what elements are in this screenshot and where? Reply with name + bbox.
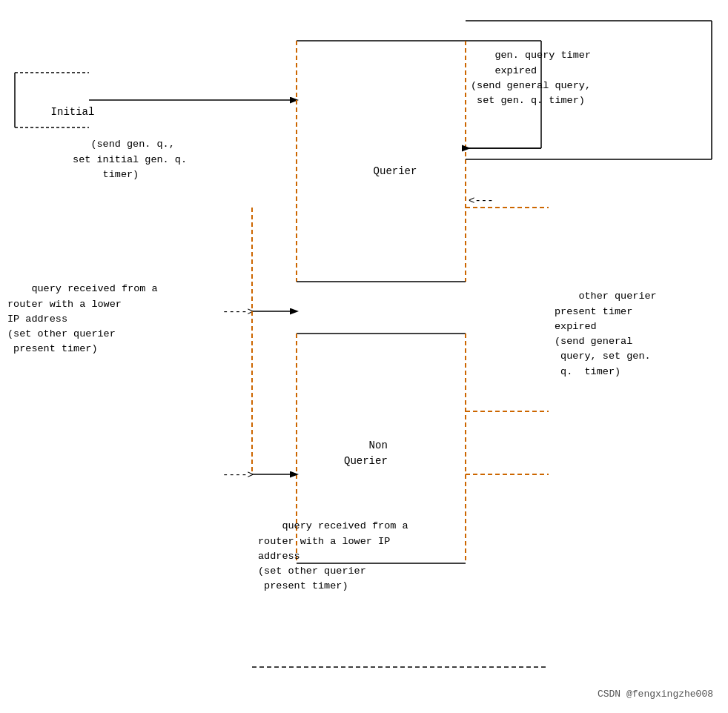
gen-query-timer: gen. query timer expired (send general q… — [471, 33, 591, 124]
svg-text:<---: <--- — [469, 195, 494, 207]
initial-action: (send gen. q., set initial gen. q. timer… — [67, 122, 187, 197]
other-querier-present: other querier present timer expired (sen… — [555, 274, 657, 394]
watermark: CSDN @fengxingzhe008 — [598, 689, 713, 700]
query-lower-ip-bottom: query received from a router with a lowe… — [258, 504, 408, 609]
diagram-container: ----> <--- ----> Initial (send gen. q — [0, 0, 728, 713]
svg-text:---->: ----> — [222, 306, 254, 318]
query-lower-ip-left: query received from a router with a lowe… — [7, 267, 158, 372]
svg-text:---->: ----> — [222, 469, 254, 481]
querier-label: Querier — [348, 148, 417, 195]
non-querier-label: Non Querier — [344, 422, 388, 485]
